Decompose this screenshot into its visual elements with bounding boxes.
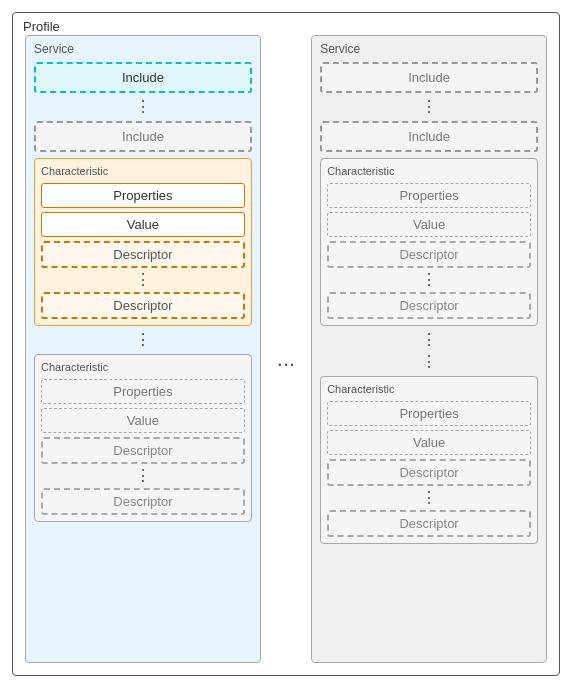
right-value-bottom[interactable]: Value <box>327 430 531 455</box>
right-descriptor-top-1[interactable]: Descriptor <box>327 241 531 268</box>
right-service-label: Service <box>320 42 360 56</box>
right-characteristic-top: Characteristic Properties Value Descript… <box>320 158 538 326</box>
right-dots-middle: ⋮ <box>421 332 437 348</box>
left-char-top-dots: ⋮ <box>41 272 245 288</box>
right-dots-middle2: ⋮ <box>421 354 437 370</box>
left-service-content: Include ⋮ Include Characteristic Propert… <box>34 62 252 522</box>
right-char-bottom-label: Characteristic <box>327 383 531 395</box>
right-properties-bottom[interactable]: Properties <box>327 401 531 426</box>
left-descriptor-bottom-1[interactable]: Descriptor <box>41 437 245 464</box>
left-service-label: Service <box>34 42 74 56</box>
right-include-bottom[interactable]: Include <box>320 121 538 152</box>
left-value-bottom[interactable]: Value <box>41 408 245 433</box>
left-include-top[interactable]: Include <box>34 62 252 93</box>
right-include-top[interactable]: Include <box>320 62 538 93</box>
profile-label: Profile <box>23 19 60 34</box>
left-descriptor-bottom-2[interactable]: Descriptor <box>41 488 245 515</box>
left-descriptor-top-1[interactable]: Descriptor <box>41 241 245 268</box>
left-char-bottom-label: Characteristic <box>41 361 245 373</box>
right-descriptor-top-2[interactable]: Descriptor <box>327 292 531 319</box>
left-service-column: Service Include ⋮ Include Characteristic… <box>25 35 261 663</box>
left-descriptor-top-2[interactable]: Descriptor <box>41 292 245 319</box>
left-include-bottom[interactable]: Include <box>34 121 252 152</box>
right-descriptor-bottom-1[interactable]: Descriptor <box>327 459 531 486</box>
left-value-top[interactable]: Value <box>41 212 245 237</box>
right-service-content: Include ⋮ Include Characteristic Propert… <box>320 62 538 544</box>
left-dots-top: ⋮ <box>135 99 151 115</box>
left-characteristic-bottom: Characteristic Properties Value Descript… <box>34 354 252 522</box>
right-char-bottom-dots: ⋮ <box>327 490 531 506</box>
left-characteristic-top: Characteristic Properties Value Descript… <box>34 158 252 326</box>
left-char-top-label: Characteristic <box>41 165 245 177</box>
right-properties-top[interactable]: Properties <box>327 183 531 208</box>
left-properties-top[interactable]: Properties <box>41 183 245 208</box>
right-char-top-label: Characteristic <box>327 165 531 177</box>
right-dots-top: ⋮ <box>421 99 437 115</box>
profile-container: Profile Service Include ⋮ Include Charac… <box>12 12 560 676</box>
right-char-top-dots: ⋮ <box>327 272 531 288</box>
left-char-bottom-dots: ⋮ <box>41 468 245 484</box>
columns-ellipsis: ··· <box>277 353 295 375</box>
left-dots-middle: ⋮ <box>135 332 151 348</box>
right-service-column: Service Include ⋮ Include Characteristic… <box>311 35 547 663</box>
right-value-top[interactable]: Value <box>327 212 531 237</box>
right-characteristic-bottom: Characteristic Properties Value Descript… <box>320 376 538 544</box>
right-descriptor-bottom-2[interactable]: Descriptor <box>327 510 531 537</box>
left-properties-bottom[interactable]: Properties <box>41 379 245 404</box>
